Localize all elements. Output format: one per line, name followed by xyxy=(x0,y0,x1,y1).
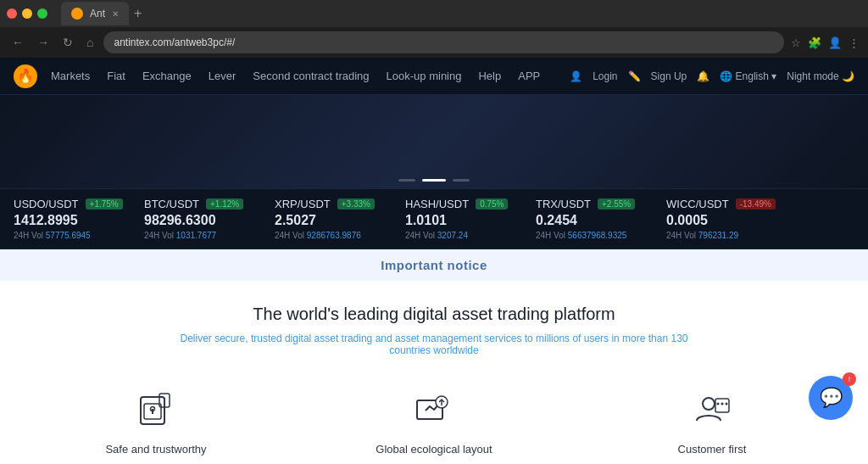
minimize-button[interactable] xyxy=(22,8,32,19)
nav-right: 👤 Login ✏️ Sign Up 🔔 🌐 English ▾ Night m… xyxy=(570,70,854,82)
ticker-header-0: USDO/USDT +1.75% xyxy=(14,198,124,210)
global-icon xyxy=(412,389,456,433)
ticker-header-4: TRX/USDT +2.55% xyxy=(536,198,646,210)
ticker-item-3[interactable]: HASH/USDT 0.75% 1.0101 24H Vol 3207.24 xyxy=(405,198,515,240)
ticker-item-4[interactable]: TRX/USDT +2.55% 0.2454 24H Vol 56637968.… xyxy=(536,198,646,240)
night-mode-toggle[interactable]: Night mode 🌙 xyxy=(787,70,854,82)
ticker-change-0: +1.75% xyxy=(86,198,123,210)
tab-title: Ant xyxy=(90,8,105,20)
nav-markets[interactable]: Markets xyxy=(51,70,90,82)
logo-emoji: 🔥 xyxy=(17,68,34,84)
new-tab-button[interactable]: + xyxy=(134,6,142,21)
login-button[interactable]: Login xyxy=(593,70,617,82)
maximize-button[interactable] xyxy=(37,8,47,19)
ticker-change-3: 0.75% xyxy=(476,198,508,210)
feature-customer: Customer first xyxy=(644,389,780,456)
reload-button[interactable]: ↻ xyxy=(59,34,76,51)
chat-notification: ! xyxy=(843,372,856,386)
ticker-header-1: BTC/USDT +1.12% xyxy=(144,198,254,210)
notice-text: Important notice xyxy=(381,258,487,272)
chat-bubble[interactable]: 💬 ! xyxy=(809,376,860,427)
night-mode-label: Night mode xyxy=(787,70,838,82)
ticker-vol-5: 24H Vol 796231.29 xyxy=(666,231,776,240)
svg-point-9 xyxy=(703,398,715,410)
url-text: antintex.com/antweb3pc/#/ xyxy=(114,36,235,48)
bell-icon[interactable]: 🔔 xyxy=(697,70,709,82)
ticker-header-3: HASH/USDT 0.75% xyxy=(405,198,515,210)
back-button[interactable]: ← xyxy=(8,34,27,51)
ticker-price-3: 1.0101 xyxy=(405,213,515,228)
ticker-price-5: 0.0005 xyxy=(666,213,776,228)
features-section: Safe and trustworthy Global ecological l… xyxy=(17,380,851,456)
ticker-vol-1: 24H Vol 1031.7677 xyxy=(144,231,254,240)
slider-dot-2[interactable] xyxy=(422,179,446,182)
moon-icon: 🌙 xyxy=(842,70,854,82)
chevron-down-icon: ▾ xyxy=(771,70,776,82)
ticker-change-4: +2.55% xyxy=(598,198,635,210)
nav-fiat[interactable]: Fiat xyxy=(107,70,125,82)
site-nav: 🔥 Markets Fiat Exchange Lever Second con… xyxy=(0,58,868,95)
svg-point-13 xyxy=(726,403,728,405)
customer-label: Customer first xyxy=(678,443,747,456)
ticker-item-2[interactable]: XRP/USDT +3.33% 2.5027 24H Vol 9286763.9… xyxy=(275,198,385,240)
feature-global: Global ecological layout xyxy=(366,389,502,456)
nav-lever[interactable]: Lever xyxy=(209,70,236,82)
url-input[interactable]: antintex.com/antweb3pc/#/ xyxy=(103,31,784,53)
ticker-price-1: 98296.6300 xyxy=(144,213,254,228)
tab-close-button[interactable]: ✕ xyxy=(112,9,119,19)
slider-dot-3[interactable] xyxy=(453,179,470,182)
svg-rect-10 xyxy=(715,399,729,412)
hero-banner xyxy=(0,95,868,188)
close-button[interactable] xyxy=(7,8,17,19)
nav-exchange[interactable]: Exchange xyxy=(142,70,192,82)
ticker-pair-5: WICC/USDT xyxy=(666,198,729,210)
extension-icon[interactable]: 🧩 xyxy=(808,36,821,49)
ticker-header-2: XRP/USDT +3.33% xyxy=(275,198,385,210)
nav-links: Markets Fiat Exchange Lever Second contr… xyxy=(51,70,570,82)
ticker-vol-3: 24H Vol 3207.24 xyxy=(405,231,515,240)
safe-label: Safe and trustworthy xyxy=(105,443,206,456)
settings-icon[interactable]: ⋮ xyxy=(849,36,860,49)
forward-button[interactable]: → xyxy=(34,34,53,51)
site-logo[interactable]: 🔥 xyxy=(14,64,37,88)
window-controls[interactable] xyxy=(7,8,47,19)
ticker-bar: USDO/USDT +1.75% 1412.8995 24H Vol 57775… xyxy=(0,188,868,249)
main-content: The world's leading digital asset tradin… xyxy=(0,281,868,464)
safe-icon xyxy=(134,389,178,433)
slider-dot-1[interactable] xyxy=(398,179,415,182)
customer-icon xyxy=(690,389,734,433)
bookmark-icon[interactable]: ☆ xyxy=(791,36,801,49)
language-selector[interactable]: 🌐 English ▾ xyxy=(720,70,776,82)
ticker-item-1[interactable]: BTC/USDT +1.12% 98296.6300 24H Vol 1031.… xyxy=(144,198,254,240)
ticker-change-1: +1.12% xyxy=(206,198,243,210)
language-label: English xyxy=(736,70,769,82)
ticker-vol-4: 24H Vol 56637968.9325 xyxy=(536,231,646,240)
browser-toolbar-icons: ☆ 🧩 👤 ⋮ xyxy=(791,36,860,49)
site-content: 🔥 Markets Fiat Exchange Lever Second con… xyxy=(0,58,868,249)
nav-second-contract[interactable]: Second contract trading xyxy=(253,70,369,82)
chat-circle[interactable]: 💬 ! xyxy=(809,376,853,420)
nav-help[interactable]: Help xyxy=(478,70,501,82)
ticker-price-0: 1412.8995 xyxy=(14,213,124,228)
tab-favicon xyxy=(71,8,83,20)
global-label: Global ecological layout xyxy=(376,443,492,456)
ticker-price-4: 0.2454 xyxy=(536,213,646,228)
tab-bar: Ant ✕ + xyxy=(54,0,142,27)
login-icon: 👤 xyxy=(570,70,582,82)
nav-lookup-mining[interactable]: Look-up mining xyxy=(387,70,462,82)
nav-app[interactable]: APP xyxy=(518,70,540,82)
signup-button[interactable]: Sign Up xyxy=(651,70,687,82)
ticker-item-5[interactable]: WICC/USDT -13.49% 0.0005 24H Vol 796231.… xyxy=(666,198,776,240)
globe-icon: 🌐 xyxy=(720,70,732,82)
ticker-pair-0: USDO/USDT xyxy=(14,198,79,210)
ticker-price-2: 2.5027 xyxy=(275,213,385,228)
ticker-pair-2: XRP/USDT xyxy=(275,198,331,210)
browser-tab[interactable]: Ant ✕ xyxy=(61,2,129,25)
feature-safe: Safe and trustworthy xyxy=(88,389,224,456)
ticker-vol-2: 24H Vol 9286763.9876 xyxy=(275,231,385,240)
ticker-pair-1: BTC/USDT xyxy=(144,198,199,210)
home-button[interactable]: ⌂ xyxy=(83,34,97,51)
ticker-item-0[interactable]: USDO/USDT +1.75% 1412.8995 24H Vol 57775… xyxy=(14,198,124,240)
browser-window: Ant ✕ + ← → ↻ ⌂ antintex.com/antweb3pc/#… xyxy=(0,0,868,58)
profile-icon[interactable]: 👤 xyxy=(828,36,842,49)
